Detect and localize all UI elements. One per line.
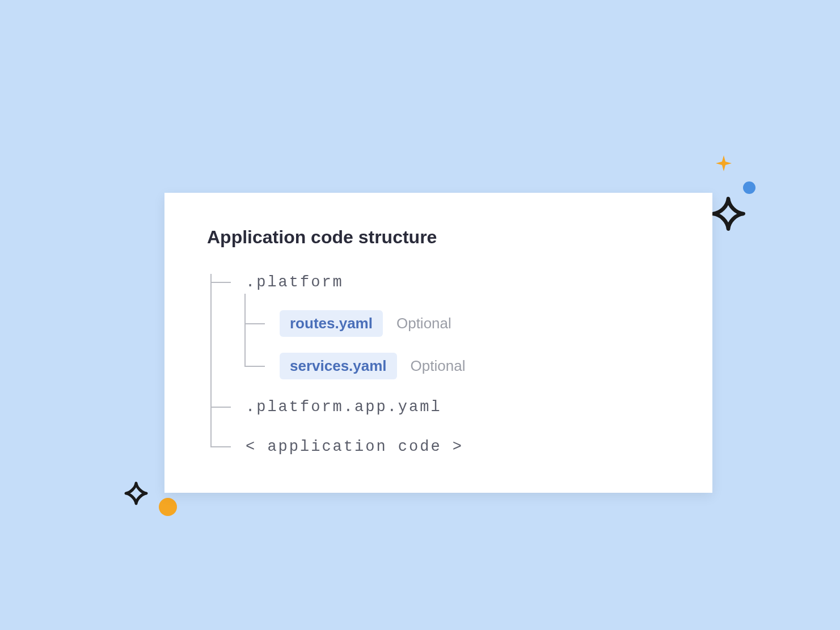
tree-branch-icon xyxy=(241,315,275,332)
tree-row-services: services.yaml Optional xyxy=(207,353,670,379)
tree-row-app-yaml: .platform.app.yaml xyxy=(207,395,670,419)
sparkle-black-small-icon xyxy=(123,480,150,509)
tree-branch-icon xyxy=(207,438,241,455)
tree-branch-icon xyxy=(207,399,241,416)
dot-orange-icon xyxy=(159,498,177,516)
code-structure-card: Application code structure .platform rou… xyxy=(164,193,712,493)
tree-label-app-code: < application code > xyxy=(246,438,463,455)
dot-blue-icon xyxy=(743,181,755,194)
tree-indent-icon xyxy=(207,358,241,375)
file-pill-services: services.yaml xyxy=(280,353,397,379)
sparkle-large-black-icon xyxy=(710,196,746,234)
sparkle-small-orange-icon xyxy=(715,154,733,175)
tree-row-app-code: < application code > xyxy=(207,435,670,459)
tree-label-platform: .platform xyxy=(246,274,344,291)
tree-row-routes: routes.yaml Optional xyxy=(207,310,670,337)
note-optional: Optional xyxy=(396,315,451,332)
note-optional: Optional xyxy=(411,357,466,375)
file-pill-routes: routes.yaml xyxy=(280,310,383,337)
tree-branch-icon xyxy=(207,274,241,291)
tree-branch-icon xyxy=(241,358,275,375)
tree-label-app-yaml: .platform.app.yaml xyxy=(246,399,442,416)
tree-row-platform: .platform xyxy=(207,270,670,294)
card-title: Application code structure xyxy=(207,227,670,248)
tree-indent-icon xyxy=(207,315,241,332)
